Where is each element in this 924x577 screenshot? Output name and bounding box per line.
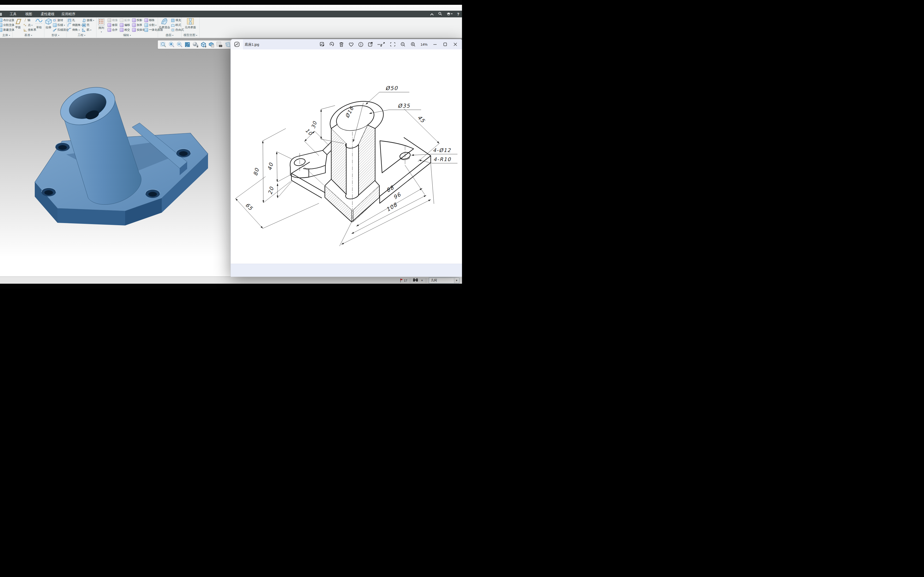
ribbon-group-model-intent: 元件界面 模型意图 ▾	[181, 18, 200, 37]
group-label-datum[interactable]: 基准 ▾	[12, 33, 44, 37]
view-manager-icon[interactable]	[208, 41, 215, 48]
sketch-icon	[35, 18, 43, 25]
photos-app-tab[interactable]	[231, 39, 243, 50]
extrude-button[interactable]: 拉伸	[44, 18, 53, 29]
style-icon	[171, 24, 174, 27]
refit-icon[interactable]	[160, 41, 166, 48]
perspective-icon[interactable]	[224, 41, 231, 48]
info-icon[interactable]	[357, 41, 364, 48]
boundary-blend-icon	[161, 18, 168, 25]
offset-button[interactable]: 偏移	[120, 23, 130, 27]
model-3d-base-part[interactable]	[0, 38, 231, 276]
photos-filename: 底座1.jpg	[245, 42, 259, 47]
sketch-button[interactable]: 草绘	[35, 18, 43, 29]
group-label-edit[interactable]: 编辑 ▾	[96, 33, 158, 37]
merge-icon	[107, 28, 111, 32]
project-button[interactable]: 投影	[132, 18, 142, 23]
round-button[interactable]: 倒圆角▾	[68, 23, 82, 27]
fullscreen-icon[interactable]	[380, 41, 386, 48]
chamfer-icon	[68, 28, 71, 32]
saved-orientations-icon[interactable]	[200, 41, 207, 48]
search-binoculars-icon[interactable]	[413, 278, 418, 283]
dim-label-45: 45	[416, 114, 426, 124]
plane-button[interactable]: 平面	[13, 18, 23, 29]
shell-icon	[82, 23, 86, 27]
photos-window[interactable]: 底座1.jpg 14%	[231, 39, 462, 277]
csys-button[interactable]: 坐标系	[24, 28, 36, 32]
style-button[interactable]: 样式	[171, 23, 181, 27]
group-label-model-intent[interactable]: 模型意图 ▾	[181, 33, 199, 37]
merge-button[interactable]: 合并	[107, 28, 118, 32]
collapse-ribbon-icon[interactable]	[430, 12, 434, 16]
group-label-shape[interactable]: 形状 ▾	[44, 33, 66, 37]
boundary-blend-button[interactable]: 边界混合	[158, 18, 171, 29]
divide-icon	[144, 23, 148, 27]
freestyle-icon	[171, 28, 174, 32]
learning-center-icon[interactable]	[446, 12, 452, 16]
zoom-in-icon[interactable]	[410, 41, 416, 48]
zoom-out-icon[interactable]	[176, 41, 183, 48]
extrude-icon	[45, 18, 52, 25]
pattern-button[interactable]: 阵列▾	[97, 18, 106, 33]
dim-label-d35: Ø35	[397, 103, 410, 109]
ribbon-group-engineering: 孔 倒圆角▾ 倒角▾ 拔模▾ 壳 筋▾ 工程 ▾	[66, 18, 97, 37]
trim-button[interactable]: 修剪	[107, 23, 118, 27]
rotate-icon[interactable]	[329, 41, 335, 48]
search-caret-icon[interactable]: ▼	[421, 279, 423, 282]
combo-caret-icon[interactable]: ▼	[454, 278, 459, 283]
fit-to-window-icon[interactable]	[389, 41, 396, 48]
tab-view[interactable]: 视图	[25, 12, 32, 16]
counterbore-hole	[176, 149, 191, 157]
csys-icon	[24, 28, 27, 32]
search-icon[interactable]	[438, 12, 442, 16]
divide-button[interactable]: 分割▾	[144, 23, 157, 27]
fill-button[interactable]: 填充	[171, 18, 181, 23]
display-style-icon[interactable]	[192, 41, 199, 48]
photo-content[interactable]: Ø50 Ø35 Ø16 30 10 80 40 20 65 88 96 108 …	[231, 50, 462, 264]
group-label-engineering[interactable]: 工程 ▾	[66, 33, 96, 37]
pattern-icon	[98, 18, 105, 25]
capture-icon[interactable]	[216, 41, 223, 48]
group-label-body[interactable]: 主体 ▾	[0, 33, 12, 37]
tab-applications[interactable]: 应用程序	[61, 12, 75, 16]
boolean-icon	[0, 18, 2, 22]
partial-tab[interactable]	[0, 13, 2, 16]
axis-button[interactable]: 轴	[24, 18, 31, 23]
delete-icon[interactable]	[338, 41, 345, 48]
trim-icon	[107, 23, 111, 27]
chamfer-button[interactable]: 倒角▾	[68, 28, 80, 32]
sweep-button[interactable]: 扫描▾	[53, 23, 65, 27]
group-label-surface[interactable]: 曲面 ▾	[158, 33, 181, 37]
hole-button[interactable]: 孔	[68, 18, 75, 23]
ribbon-group-surface: 边界混合 填充 样式 自由式 曲面 ▾	[158, 18, 181, 37]
minimize-icon[interactable]	[432, 41, 438, 48]
zoom-in-icon[interactable]	[168, 41, 174, 48]
zoom-out-icon[interactable]	[400, 41, 406, 48]
close-icon[interactable]	[452, 41, 459, 48]
component-interface-button[interactable]: 元件界面	[183, 18, 197, 29]
help-icon[interactable]: ?	[457, 12, 459, 16]
shell-button[interactable]: 壳	[82, 23, 90, 27]
photos-titlebar[interactable]: 底座1.jpg 14%	[231, 39, 462, 50]
point-button[interactable]: ××点▾	[24, 23, 32, 27]
edit-image-icon[interactable]	[319, 41, 325, 48]
share-icon[interactable]	[367, 41, 373, 48]
creo-statusbar: 17 ▼ 几何 ▼	[0, 276, 462, 284]
revolve-button[interactable]: 旋转	[53, 18, 63, 23]
tab-tools[interactable]: 工具	[10, 12, 16, 16]
thicken-button[interactable]: 加厚	[132, 23, 142, 27]
maximize-icon[interactable]	[442, 41, 448, 48]
draft-button[interactable]: 拔模▾	[82, 18, 94, 23]
draft-icon	[82, 18, 86, 22]
tab-flexible-modeling[interactable]: 柔性建模	[40, 12, 55, 16]
remove-button[interactable]: 移除	[144, 18, 155, 23]
favorite-icon[interactable]	[348, 41, 354, 48]
selection-filter-combobox[interactable]: 几何 ▼	[429, 277, 459, 284]
repaint-icon[interactable]	[184, 41, 191, 48]
intersect-button[interactable]: 相交	[120, 28, 130, 32]
screen-bottom-edge	[0, 284, 462, 288]
notification-flag[interactable]: 17	[400, 278, 407, 283]
rib-button[interactable]: 筋▾	[82, 28, 91, 32]
counterbore-hole	[42, 188, 56, 196]
solidify-button[interactable]: 实体化	[132, 28, 145, 32]
